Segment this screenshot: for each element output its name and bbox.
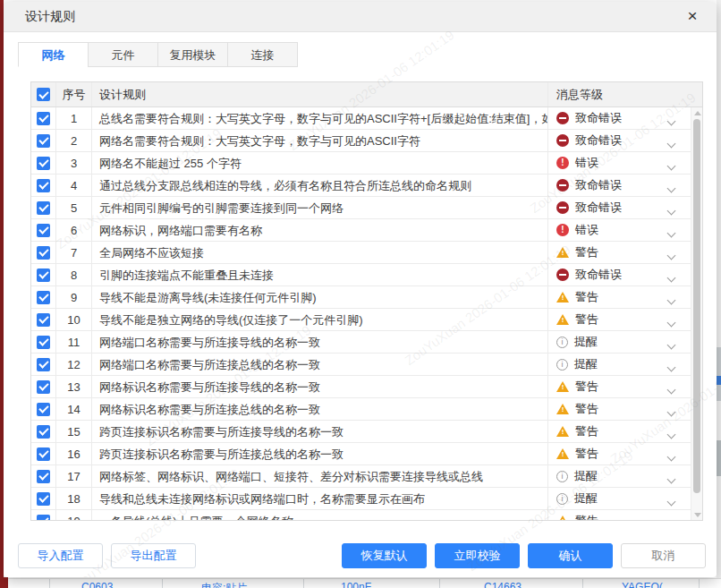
- rule-text: 总线名需要符合规则：大写英文字母，数字与可见的ASCII字符+[后缀起始值:结束…: [92, 107, 548, 129]
- tab-component[interactable]: 元件: [88, 42, 158, 67]
- warning-icon: [556, 314, 569, 325]
- level-select[interactable]: 提醒: [548, 490, 702, 507]
- level-label: 警告: [575, 423, 598, 439]
- row-checkbox[interactable]: [37, 201, 50, 215]
- level-label: 警告: [575, 289, 598, 305]
- row-checkbox[interactable]: [37, 157, 50, 170]
- chevron-down-icon: [667, 453, 676, 462]
- level-select[interactable]: 警告: [548, 311, 702, 328]
- fatal-icon: [556, 112, 569, 124]
- level-label: 提醒: [574, 356, 598, 372]
- scroll-down-icon[interactable]: [694, 513, 701, 517]
- level-select[interactable]: 致命错误: [548, 132, 702, 149]
- row-checkbox[interactable]: [37, 403, 50, 416]
- row-index: 1: [56, 107, 92, 129]
- level-select[interactable]: 提醒: [548, 468, 702, 484]
- level-select[interactable]: 警告: [548, 513, 702, 521]
- level-select[interactable]: 警告: [548, 401, 702, 417]
- level-label: 提醒: [574, 468, 598, 484]
- level-select[interactable]: 提醒: [548, 334, 702, 350]
- row-checkbox[interactable]: [37, 492, 50, 506]
- row-checkbox[interactable]: [37, 224, 50, 237]
- info-icon: [556, 337, 568, 348]
- rule-text: 网络标识名称需要与所连接总线的名称一致: [92, 398, 548, 420]
- row-checkbox-cell: [31, 376, 56, 397]
- row-checkbox[interactable]: [37, 425, 50, 439]
- row-checkbox-cell: [31, 264, 56, 285]
- level-select[interactable]: 警告: [548, 379, 702, 395]
- level-select[interactable]: 警告: [548, 446, 702, 462]
- restore-default-button[interactable]: 恢复默认: [342, 543, 427, 568]
- level-select[interactable]: 提醒: [548, 356, 702, 372]
- scrollbar-thumb[interactable]: [693, 119, 700, 493]
- background-column-divider: [303, 579, 304, 588]
- table-body: 1总线名需要符合规则：大写英文字母，数字与可见的ASCII字符+[后缀起始值:结…: [31, 107, 702, 521]
- level-select[interactable]: 致命错误: [548, 177, 702, 193]
- table-row: 1总线名需要符合规则：大写英文字母，数字与可见的ASCII字符+[后缀起始值:结…: [31, 107, 702, 130]
- level-select[interactable]: 错误: [548, 222, 702, 238]
- tab-reuse-module[interactable]: 复用模块: [157, 42, 228, 67]
- level-select[interactable]: 警告: [548, 244, 702, 260]
- table-header-row: 序号 设计规则 消息等级: [31, 82, 702, 107]
- row-index: 6: [56, 219, 92, 241]
- chevron-down-icon: [667, 520, 676, 521]
- tab-connection[interactable]: 连接: [227, 42, 298, 67]
- cancel-button[interactable]: 取消: [621, 543, 706, 568]
- background-table-cell: 电容:贴片: [201, 581, 247, 588]
- row-checkbox[interactable]: [37, 112, 50, 125]
- row-checkbox[interactable]: [37, 291, 50, 304]
- row-checkbox[interactable]: [37, 470, 50, 483]
- export-config-button[interactable]: 导出配置: [111, 543, 196, 568]
- background-table-row: C0603电容:贴片100nFC14663YAGEO(: [8, 578, 721, 588]
- row-checkbox-cell: [31, 465, 56, 487]
- level-label: 致命错误: [575, 132, 622, 149]
- chevron-down-icon: [667, 229, 676, 238]
- rule-text: 引脚的连接端点不能重叠且未连接: [92, 264, 548, 285]
- dialog-footer: 导入配置 导出配置 恢复默认 立即校验 确认 取消: [4, 543, 717, 568]
- fatal-icon: [556, 134, 569, 147]
- row-index: 2: [56, 130, 92, 151]
- dialog-titlebar: 设计规则 ×: [4, 2, 717, 32]
- select-all-checkbox[interactable]: [37, 88, 50, 101]
- level-label: 提醒: [574, 490, 598, 507]
- import-config-button[interactable]: 导入配置: [18, 543, 103, 568]
- table-row: 14网络标识名称需要与所连接总线的名称一致警告: [31, 398, 702, 421]
- level-select[interactable]: 致命错误: [548, 110, 702, 126]
- row-checkbox[interactable]: [37, 246, 50, 260]
- confirm-button[interactable]: 确认: [528, 543, 613, 568]
- row-checkbox[interactable]: [37, 313, 50, 327]
- row-checkbox-cell: [31, 286, 56, 308]
- row-checkbox[interactable]: [37, 358, 50, 371]
- row-index: 7: [56, 242, 92, 263]
- level-select[interactable]: 致命错误: [548, 200, 702, 216]
- table-row: 15跨页连接标识名称需要与所连接导线的名称一致警告: [31, 421, 702, 443]
- row-checkbox[interactable]: [37, 380, 50, 394]
- tab-network[interactable]: 网络: [18, 42, 89, 67]
- vertical-scrollbar[interactable]: [691, 107, 702, 521]
- row-checkbox-cell: [31, 331, 56, 353]
- rule-text: 跨页连接标识名称需要与所连接导线的名称一致: [92, 421, 548, 442]
- level-label: 警告: [575, 446, 598, 462]
- level-select[interactable]: 致命错误: [548, 267, 702, 283]
- table-row: 6网络标识，网络端口需要有名称错误: [31, 219, 702, 242]
- level-select[interactable]: 警告: [548, 289, 702, 305]
- info-icon: [556, 471, 568, 482]
- warning-icon: [556, 381, 569, 392]
- row-checkbox-cell: [31, 130, 56, 151]
- level-select[interactable]: 错误: [548, 155, 702, 171]
- row-checkbox[interactable]: [37, 447, 50, 461]
- error-icon: [556, 224, 569, 236]
- warning-icon: [556, 448, 569, 459]
- scroll-up-icon[interactable]: [694, 111, 701, 115]
- level-label: 提醒: [574, 334, 598, 350]
- level-select[interactable]: 警告: [548, 423, 702, 439]
- row-checkbox[interactable]: [37, 336, 50, 349]
- row-checkbox[interactable]: [37, 268, 50, 282]
- background-column-divider: [699, 579, 700, 588]
- row-checkbox[interactable]: [37, 134, 50, 148]
- row-checkbox[interactable]: [37, 515, 50, 522]
- close-icon[interactable]: ×: [683, 7, 702, 27]
- row-checkbox[interactable]: [37, 179, 50, 192]
- verify-now-button[interactable]: 立即校验: [435, 543, 520, 568]
- row-checkbox-cell: [31, 510, 56, 521]
